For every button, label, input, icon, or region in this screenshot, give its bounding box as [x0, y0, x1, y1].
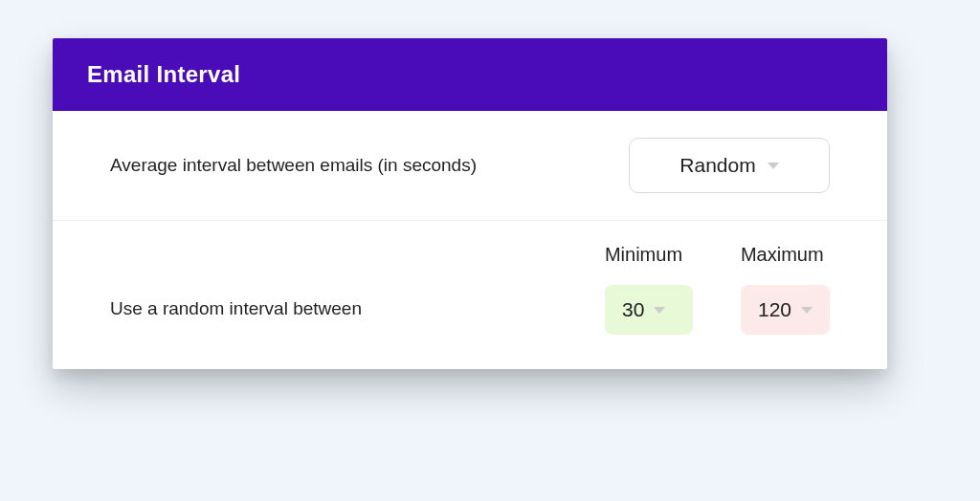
minimum-label: Minimum [605, 244, 682, 266]
maximum-column: Maximum 120 [741, 244, 830, 335]
minimum-value: 30 [622, 298, 644, 321]
panel-header: Email Interval [53, 38, 887, 111]
average-interval-row: Average interval between emails (in seco… [53, 111, 887, 221]
chevron-down-icon [768, 163, 779, 169]
chevron-down-icon [654, 307, 665, 314]
chevron-down-icon [801, 307, 813, 314]
minimum-column: Minimum 30 [605, 244, 693, 335]
average-interval-value: Random [679, 154, 755, 177]
random-interval-controls: Minimum 30 Maximum 120 [605, 244, 830, 335]
maximum-value: 120 [758, 298, 791, 321]
average-interval-dropdown[interactable]: Random [629, 138, 830, 193]
average-interval-label: Average interval between emails (in seco… [110, 155, 629, 176]
random-interval-label: Use a random interval between [110, 298, 605, 335]
maximum-label: Maximum [741, 244, 824, 266]
random-interval-row: Use a random interval between Minimum 30… [53, 221, 887, 369]
panel-title: Email Interval [87, 61, 853, 88]
email-interval-panel: Email Interval Average interval between … [53, 38, 887, 369]
maximum-dropdown[interactable]: 120 [741, 285, 830, 335]
minimum-dropdown[interactable]: 30 [605, 285, 693, 335]
